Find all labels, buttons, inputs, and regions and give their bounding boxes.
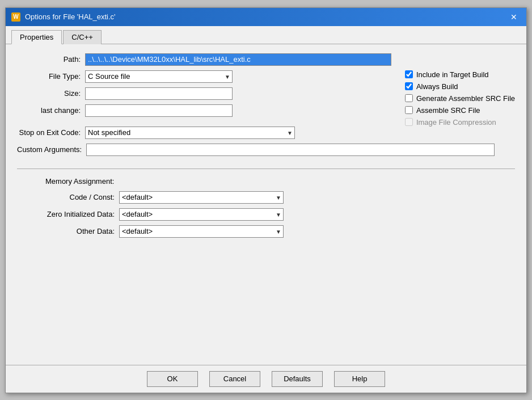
- always-build-checkbox[interactable]: [405, 82, 413, 90]
- zero-data-label: Zero Initialized Data:: [17, 210, 119, 218]
- last-change-input[interactable]: [85, 104, 233, 117]
- tab-properties-label: Properties: [20, 33, 53, 41]
- title-bar-left: W Options for File 'HAL_exti.c': [11, 12, 116, 22]
- assemble-src-checkbox[interactable]: [405, 106, 413, 114]
- include-in-target-row: Include in Target Build: [405, 70, 515, 79]
- size-label: Size:: [17, 89, 85, 98]
- size-row: Size:: [17, 87, 394, 100]
- other-data-row: Other Data: <default> RAM1 RAM2 ▼: [17, 225, 515, 238]
- main-content: Path: File Type: C Source file C++ Sourc…: [6, 44, 526, 365]
- right-column: Include in Target Build Always Build Gen…: [405, 70, 515, 127]
- tab-cpp[interactable]: C/C++: [63, 30, 102, 44]
- generate-assembler-row: Generate Assembler SRC File: [405, 94, 515, 103]
- title-bar: W Options for File 'HAL_exti.c' ✕: [6, 8, 526, 26]
- include-in-target-checkbox[interactable]: [405, 70, 413, 78]
- path-row: Path:: [17, 53, 515, 66]
- dialog: W Options for File 'HAL_exti.c' ✕ Proper…: [5, 7, 527, 393]
- stop-exit-select-wrapper: Not specified 0 1 2 ▼: [85, 127, 295, 139]
- custom-args-input[interactable]: [86, 144, 495, 156]
- memory-section: Memory Assignment: Code / Const: <defaul…: [17, 177, 515, 238]
- close-button[interactable]: ✕: [507, 11, 521, 23]
- always-build-row: Always Build: [405, 82, 515, 91]
- custom-args-row: Custom Arguments:: [17, 144, 515, 156]
- image-compression-label: Image File Compression: [416, 118, 496, 127]
- left-column: File Type: C Source file C++ Source file…: [17, 70, 394, 121]
- other-data-label: Other Data:: [17, 227, 119, 235]
- footer: OK Cancel Defaults Help: [6, 365, 526, 393]
- other-data-select-wrapper: <default> RAM1 RAM2 ▼: [119, 225, 284, 238]
- two-column: File Type: C Source file C++ Source file…: [17, 70, 515, 127]
- last-change-label: last change:: [17, 106, 85, 115]
- file-type-label: File Type:: [17, 72, 85, 81]
- generate-assembler-label: Generate Assembler SRC File: [416, 94, 515, 103]
- file-type-select-wrapper: C Source file C++ Source file Assembly S…: [85, 70, 233, 83]
- app-icon: W: [11, 12, 20, 22]
- image-compression-row: Image File Compression: [405, 118, 515, 127]
- include-in-target-label: Include in Target Build: [416, 70, 489, 79]
- other-data-select[interactable]: <default> RAM1 RAM2: [119, 225, 284, 238]
- path-input[interactable]: [85, 53, 391, 66]
- always-build-label: Always Build: [416, 82, 458, 91]
- path-label: Path:: [17, 55, 85, 64]
- top-section: Path: File Type: C Source file C++ Sourc…: [17, 53, 515, 169]
- stop-exit-select[interactable]: Not specified 0 1 2: [85, 127, 295, 139]
- image-compression-checkbox: [405, 118, 413, 126]
- tab-properties[interactable]: Properties: [11, 30, 62, 44]
- code-const-row: Code / Const: <default> ROM1 ROM2 ▼: [17, 191, 515, 204]
- cancel-button[interactable]: Cancel: [209, 371, 260, 387]
- stop-exit-row: Stop on Exit Code: Not specified 0 1 2 ▼: [17, 127, 515, 139]
- zero-data-select[interactable]: <default> RAM1 RAM2: [119, 208, 284, 221]
- file-type-select[interactable]: C Source file C++ Source file Assembly S…: [85, 70, 233, 83]
- size-input[interactable]: [85, 87, 233, 100]
- help-button[interactable]: Help: [334, 371, 385, 387]
- tab-cpp-label: C/C++: [71, 33, 93, 41]
- last-change-row: last change:: [17, 104, 394, 117]
- stop-exit-label: Stop on Exit Code:: [17, 128, 85, 137]
- custom-args-label: Custom Arguments:: [17, 145, 86, 154]
- defaults-button[interactable]: Defaults: [272, 371, 323, 387]
- memory-section-label: Memory Assignment:: [17, 177, 515, 186]
- app-icon-letter: W: [13, 14, 18, 20]
- ok-button[interactable]: OK: [147, 371, 198, 387]
- assemble-src-label: Assemble SRC File: [416, 106, 480, 115]
- generate-assembler-checkbox[interactable]: [405, 94, 413, 102]
- window-title: Options for File 'HAL_exti.c': [25, 12, 116, 21]
- code-const-select-wrapper: <default> ROM1 ROM2 ▼: [119, 191, 284, 204]
- tab-bar: Properties C/C++: [6, 26, 526, 44]
- zero-data-select-wrapper: <default> RAM1 RAM2 ▼: [119, 208, 284, 221]
- code-const-select[interactable]: <default> ROM1 ROM2: [119, 191, 284, 204]
- code-const-label: Code / Const:: [17, 193, 119, 201]
- zero-data-row: Zero Initialized Data: <default> RAM1 RA…: [17, 208, 515, 221]
- file-type-row: File Type: C Source file C++ Source file…: [17, 70, 394, 83]
- assemble-src-row: Assemble SRC File: [405, 106, 515, 115]
